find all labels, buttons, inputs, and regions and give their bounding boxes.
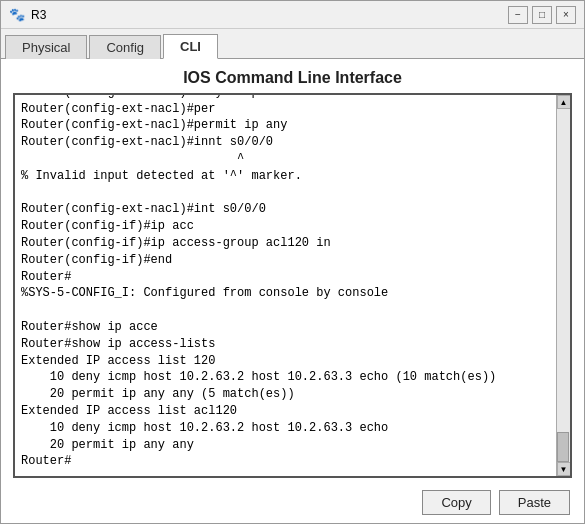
maximize-button[interactable]: □ (532, 6, 552, 24)
main-content: IOS Command Line Interface ▲ ▼ Copy Past… (1, 59, 584, 523)
copy-button[interactable]: Copy (422, 490, 490, 515)
scrollbar-thumb[interactable] (557, 432, 569, 462)
paste-button[interactable]: Paste (499, 490, 570, 515)
cli-textarea[interactable] (15, 95, 556, 476)
scroll-down-arrow[interactable]: ▼ (557, 462, 571, 476)
scrollbar-track (557, 109, 570, 462)
cli-scrollbar: ▲ ▼ (556, 95, 570, 476)
window-title: R3 (31, 8, 508, 22)
close-button[interactable]: × (556, 6, 576, 24)
tab-physical[interactable]: Physical (5, 35, 87, 59)
window-controls: − □ × (508, 6, 576, 24)
tab-cli[interactable]: CLI (163, 34, 218, 59)
tab-bar: Physical Config CLI (1, 29, 584, 59)
title-bar: 🐾 R3 − □ × (1, 1, 584, 29)
button-bar: Copy Paste (1, 486, 584, 523)
app-icon: 🐾 (9, 7, 25, 23)
cli-container: ▲ ▼ (13, 93, 572, 478)
section-title: IOS Command Line Interface (1, 59, 584, 93)
minimize-button[interactable]: − (508, 6, 528, 24)
tab-config[interactable]: Config (89, 35, 161, 59)
scroll-up-arrow[interactable]: ▲ (557, 95, 571, 109)
main-window: 🐾 R3 − □ × Physical Config CLI IOS Comma… (0, 0, 585, 524)
